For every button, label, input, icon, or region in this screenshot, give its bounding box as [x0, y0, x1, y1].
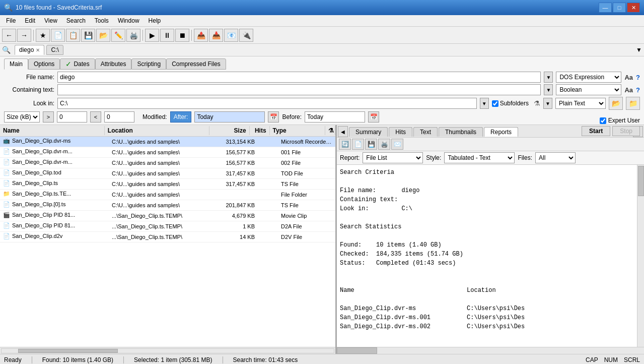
table-row[interactable]: 📄San_Diego_Clip.d2v ...\San_Diego_Clip.t…: [0, 232, 335, 242]
style-select[interactable]: Tabulated - Text: [444, 152, 515, 163]
window-controls[interactable]: — □ ✕: [599, 3, 640, 13]
import-button[interactable]: 📥: [209, 29, 223, 42]
subfolders-label[interactable]: Subfolders: [492, 100, 529, 107]
new-button[interactable]: 📄: [51, 29, 65, 42]
col-header-size[interactable]: Size: [209, 126, 250, 135]
before-cal-button[interactable]: 📅: [368, 111, 379, 123]
h-scroll-thumb[interactable]: [337, 347, 377, 354]
size-type-select[interactable]: Size (kB): [4, 111, 40, 123]
table-row[interactable]: 📄San_Diego_Clip.dvr-m... C:\U...\guides …: [0, 147, 335, 158]
table-row[interactable]: 📄San_Diego_Clip.dvr-m... C:\U...\guides …: [0, 158, 335, 168]
tab-thumbnails[interactable]: Thumbnails: [439, 127, 483, 137]
right-horizontal-scrollbar[interactable]: [337, 347, 644, 354]
saveas-button[interactable]: ✏️: [111, 29, 125, 42]
menu-file[interactable]: File: [2, 16, 20, 25]
expression-help-button[interactable]: ?: [636, 74, 640, 81]
table-row[interactable]: 📄San_Diego_Clip.tod C:\U...\guides and s…: [0, 168, 335, 179]
favorites-button[interactable]: ★: [36, 29, 50, 42]
menu-view[interactable]: View: [40, 16, 61, 25]
copy-button[interactable]: 📋: [66, 29, 80, 42]
tab-text[interactable]: Text: [413, 127, 438, 137]
close-button[interactable]: ✕: [627, 3, 640, 13]
after-date-input[interactable]: [194, 111, 265, 123]
lookin-input[interactable]: [57, 98, 477, 109]
size-lt-input[interactable]: [104, 111, 134, 123]
menu-help[interactable]: Help: [145, 16, 165, 25]
tab-main[interactable]: Main: [4, 58, 28, 70]
export-button[interactable]: 📤: [194, 29, 208, 42]
plaintext-select[interactable]: Plain Text: [555, 98, 606, 109]
boolean-aa-button[interactable]: Aa: [624, 86, 633, 94]
tab-reports[interactable]: Reports: [484, 127, 518, 137]
stop-button[interactable]: Stop: [612, 126, 640, 136]
tab-compressed[interactable]: Compressed Files: [166, 58, 226, 70]
before-date-input[interactable]: [305, 111, 365, 123]
report-scrollbar[interactable]: [637, 165, 644, 347]
expression-select[interactable]: DOS Expression: [556, 72, 621, 83]
menu-window[interactable]: Window: [114, 16, 144, 25]
new-report-button[interactable]: 📄: [352, 139, 364, 150]
col-header-name[interactable]: Name: [0, 126, 105, 135]
filter-icon[interactable]: ⚗: [534, 99, 540, 107]
col-header-type[interactable]: Type: [270, 126, 325, 135]
size-gt-input[interactable]: [57, 111, 87, 123]
tab-summary[interactable]: Summary: [349, 127, 388, 137]
menu-edit[interactable]: Edit: [21, 16, 39, 25]
open-button[interactable]: 📂: [96, 29, 110, 42]
menu-search[interactable]: Search: [62, 16, 90, 25]
table-row[interactable]: 🎬San_Diego_Clip PID 81... ...\San_Diego_…: [0, 211, 335, 221]
file-horizontal-scrollbar[interactable]: [0, 347, 335, 354]
print-report-button[interactable]: 🖨️: [378, 139, 390, 150]
files-select[interactable]: All: [535, 152, 576, 163]
after-cal-button[interactable]: 📅: [268, 111, 279, 123]
report-type-select[interactable]: File List: [363, 152, 423, 163]
tab-options[interactable]: Options: [28, 58, 60, 70]
left-nav-arrow[interactable]: ◀: [338, 126, 348, 137]
maximize-button[interactable]: □: [613, 3, 626, 13]
tab-attributes[interactable]: Attributes: [95, 58, 132, 70]
save-report-button[interactable]: 💾: [365, 139, 377, 150]
forward-button[interactable]: →: [17, 29, 31, 42]
table-row[interactable]: 📁San_Diego_Clip.ts.TE... C:\U...\guides …: [0, 190, 335, 200]
tab-scripting[interactable]: Scripting: [131, 58, 166, 70]
stop-button[interactable]: ⏹: [175, 29, 189, 42]
boolean-help-button[interactable]: ?: [636, 86, 640, 94]
table-row[interactable]: 📄San_Diego_Clip PID 81... ...\San_Diego_…: [0, 221, 335, 232]
plugin-button[interactable]: 🔌: [239, 29, 253, 42]
search-tab-close-1[interactable]: ✕: [36, 47, 40, 53]
table-row[interactable]: 📄San_Diego_Clip.[0].ts C:\U...\guides an…: [0, 200, 335, 211]
search-expand-icon[interactable]: ▼: [636, 46, 642, 53]
tab-hits[interactable]: Hits: [389, 127, 412, 137]
size-lt-button[interactable]: <: [90, 111, 101, 123]
containing-dropdown[interactable]: ▼: [544, 84, 553, 95]
back-button[interactable]: ←: [2, 29, 16, 42]
search-tab-diego[interactable]: diego ✕: [15, 45, 44, 55]
table-row[interactable]: 📺San_Diego_Clip.dvr-ms C:\U...\guides an…: [0, 137, 335, 147]
lookin-dropdown[interactable]: ▼: [480, 98, 489, 109]
browse-up-button[interactable]: 📁: [626, 97, 640, 110]
containing-text-input[interactable]: [57, 84, 541, 95]
save-button[interactable]: 💾: [81, 29, 95, 42]
expert-user-checkbox[interactable]: [600, 117, 606, 124]
email-report-button[interactable]: ✉️: [391, 139, 403, 150]
table-row[interactable]: 📄San_Diego_Clip.ts C:\U...\guides and sa…: [0, 179, 335, 190]
pause-button[interactable]: ⏸: [160, 29, 174, 42]
after-button[interactable]: After:: [170, 111, 192, 123]
minimize-button[interactable]: —: [599, 3, 612, 13]
expression-aa-button[interactable]: Aa: [624, 74, 633, 81]
boolean-select[interactable]: Boolean: [556, 84, 621, 95]
search-tab-c[interactable]: C:\: [46, 45, 63, 55]
filename-dropdown[interactable]: ▼: [544, 72, 553, 83]
col-header-filter[interactable]: ⚗: [325, 126, 335, 135]
scrollbar-thumb[interactable]: [638, 166, 644, 196]
filename-input[interactable]: [57, 72, 541, 83]
browse-button[interactable]: 📂: [609, 97, 623, 110]
start-button[interactable]: Start: [582, 126, 610, 136]
size-gt-button[interactable]: >: [43, 111, 54, 123]
email-button[interactable]: 📧: [224, 29, 238, 42]
refresh-button[interactable]: 🔄: [339, 139, 351, 150]
filter-dropdown[interactable]: ▼: [543, 98, 552, 109]
print-button[interactable]: 🖨️: [126, 29, 140, 42]
tab-dates[interactable]: ✓ Dates: [60, 58, 95, 70]
col-header-hits[interactable]: Hits: [250, 126, 270, 135]
